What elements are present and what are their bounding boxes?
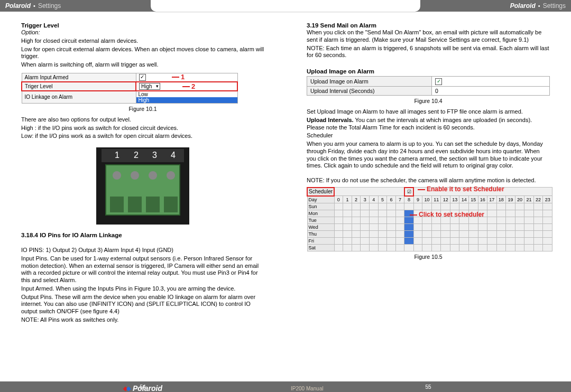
- body-text: When alarm is switching off, alarm will …: [21, 61, 264, 69]
- heading-io-pins: 3.18.4 IO Pins for IO Alarm Linkage: [21, 232, 264, 238]
- checkbox-icon: ✓: [435, 78, 442, 85]
- body-text: NOTE: If you do not use the scheduler, t…: [307, 177, 550, 184]
- terminal-block-figure: 1 2 3 4: [21, 146, 264, 227]
- day-row: Fri: [307, 237, 552, 244]
- figure-10-5: Enable it to set Scheduler Scheduler ☑ D…: [307, 187, 550, 251]
- hours-row: Day 0 1 2 3 4 5 6 7 8 9 10 11 12 13 14 1: [307, 196, 552, 203]
- row-label: IO Linkage on Alarm: [22, 91, 136, 104]
- figure-10-1: Alarm Input Armed ✓ Triger Level High IO…: [21, 73, 264, 104]
- row-label: Triger Level: [22, 82, 136, 91]
- callout-click-scheduler: Click to set scheduler: [410, 211, 484, 218]
- callout-2: 2: [182, 82, 195, 90]
- body-text: NOTE: All Pins work as switches only.: [21, 316, 264, 324]
- footer-left: 54 ◆◆ Polaroid: [0, 384, 286, 390]
- body-text: Low: if the I/O pins work as a switch fo…: [21, 133, 264, 140]
- polaroid-logo: ◆◆ Polaroid: [123, 384, 162, 393]
- section-text: Settings: [38, 2, 61, 10]
- day-row: Wed: [307, 223, 552, 230]
- body-text: When you click on the "Send Mail On Alar…: [307, 29, 550, 44]
- manual-label: IP200 Manual: [291, 386, 324, 391]
- body-text: Scheduler: [307, 132, 550, 139]
- option-low: Low: [136, 91, 237, 97]
- pin-label-1: 1: [115, 151, 119, 160]
- svg-point-7: [113, 171, 121, 180]
- pin-label-4: 4: [171, 151, 176, 160]
- brand-text: Polaroid: [5, 2, 31, 10]
- heading-send-mail: 3.19 Send Mail on Alarm: [307, 22, 550, 29]
- section-text: Settings: [543, 2, 566, 10]
- heading-upload-image: Upload Image on Alarm: [307, 68, 550, 74]
- row-label: Upload Image on Alarm: [307, 77, 432, 87]
- scheduler-label: Scheduler: [307, 188, 334, 196]
- header-tab-notch: [151, 0, 420, 12]
- svg-rect-3: [110, 197, 124, 212]
- separator-dot: •: [538, 3, 540, 9]
- brand-text: Polaroid: [510, 2, 536, 10]
- terminal-block-icon: 1 2 3 4: [95, 146, 190, 226]
- row-value: ✓: [432, 77, 550, 87]
- body-text: High : if the I/O pins work as switch fo…: [21, 125, 264, 132]
- figure-caption: Figure 10.5: [307, 254, 550, 260]
- pin-label-2: 2: [134, 151, 139, 160]
- day-row: Sat: [307, 244, 552, 251]
- body-text: There are also two options for output le…: [21, 116, 264, 124]
- footer-right: IP200 Manual 55: [286, 384, 571, 390]
- upload-settings-table: Upload Image on Alarm ✓ Upload Interval …: [307, 76, 550, 96]
- document-footer: 54 ◆◆ Polaroid IP200 Manual 55: [0, 381, 571, 392]
- row-value: Low High: [136, 91, 237, 104]
- day-header: Day: [307, 196, 334, 203]
- scheduler-checkbox: ☑: [404, 188, 413, 196]
- option-high: High: [136, 97, 237, 103]
- dropdown-high: High: [139, 83, 160, 90]
- body-text: Low for open circuit external alarm devi…: [21, 46, 264, 61]
- row-value: 0: [432, 87, 550, 96]
- svg-rect-6: [164, 197, 178, 212]
- row-value: ✓: [136, 73, 237, 82]
- body-text: When you arm your camera to alarm is up …: [307, 141, 550, 170]
- body-text: Set Upload Image on Alarm to have all im…: [307, 108, 550, 116]
- callout-1: 1: [172, 73, 185, 81]
- checkbox-icon: ✓: [139, 74, 146, 81]
- figure-caption: Figure 10.1: [21, 106, 264, 112]
- body-text: NOTE: Each time an alarm is triggered, 6…: [307, 45, 550, 60]
- svg-rect-4: [128, 197, 142, 212]
- day-row: Sun: [307, 203, 552, 210]
- scheduler-table: Scheduler ☑ Day 0 1 2 3 4 5 6 7 8 9: [307, 187, 552, 251]
- body-text: Output Pins. These will arm the device w…: [21, 294, 264, 315]
- page-spread: Trigger Level Option: High for closed ci…: [0, 12, 571, 330]
- body-text: Upload Intervals. You can set the interv…: [307, 117, 550, 132]
- row-label: Upload Interval (Seconds): [307, 87, 432, 96]
- document-header: Polaroid • Settings Polaroid • Settings: [0, 0, 571, 12]
- svg-point-9: [149, 171, 157, 180]
- page-number: 55: [425, 384, 431, 390]
- page-54: Trigger Level Option: High for closed ci…: [0, 12, 286, 330]
- body-text: High for closed circuit external alarm d…: [21, 38, 264, 45]
- day-row: Thu: [307, 230, 552, 237]
- callout-enable-scheduler: Enable it to set Scheduler: [418, 185, 504, 193]
- pin-label-3: 3: [152, 151, 157, 160]
- svg-point-10: [167, 171, 175, 180]
- bold-label: Upload Intervals.: [307, 117, 354, 123]
- svg-rect-5: [146, 197, 160, 212]
- option-label: Option:: [21, 29, 40, 35]
- alarm-settings-table: Alarm Input Armed ✓ Triger Level High IO…: [21, 73, 238, 104]
- body-text: Input Armed. When using the Inputs Pins …: [21, 285, 264, 293]
- heading-trigger-level: Trigger Level: [21, 22, 264, 29]
- body-text: Input Pins. Can be used for 1-way extern…: [21, 255, 264, 284]
- body-text: IO PINS: 1) Output 2) Output 3) Alarm In…: [21, 247, 264, 254]
- page-55: 3.19 Send Mail on Alarm When you click o…: [286, 12, 571, 330]
- figure-caption: Figure 10.4: [307, 98, 550, 104]
- svg-point-8: [131, 171, 139, 180]
- row-label: Alarm Input Armed: [22, 73, 136, 82]
- separator-dot: •: [33, 3, 35, 9]
